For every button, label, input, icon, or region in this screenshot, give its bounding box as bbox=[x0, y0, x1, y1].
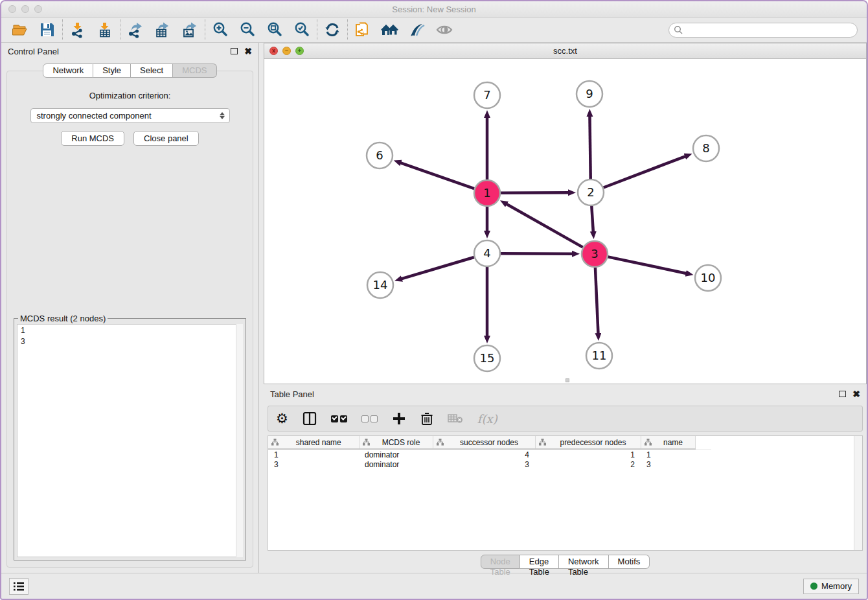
graph-node-6[interactable]: 6 bbox=[367, 143, 393, 168]
graph-edge-1-6[interactable] bbox=[400, 163, 474, 189]
svg-text:7: 7 bbox=[483, 88, 490, 102]
gear-icon[interactable]: ⚙ bbox=[276, 410, 288, 427]
export-table-icon[interactable] bbox=[149, 19, 176, 40]
search-input[interactable] bbox=[685, 25, 857, 34]
memory-button[interactable]: Memory bbox=[803, 579, 859, 594]
float-table-panel-icon[interactable] bbox=[839, 391, 846, 397]
table-scrollbar[interactable] bbox=[854, 436, 862, 550]
mcds-result-scrollbar[interactable] bbox=[236, 324, 243, 557]
graph-node-3[interactable]: 3 bbox=[582, 241, 608, 267]
save-session-icon[interactable] bbox=[34, 19, 61, 40]
graph-edge-3-11[interactable] bbox=[595, 268, 599, 334]
table-row[interactable]: 3dominator323 bbox=[268, 459, 711, 470]
zoom-in-icon[interactable] bbox=[207, 19, 234, 40]
cell-name[interactable]: 1 bbox=[641, 449, 695, 459]
graph-node-8[interactable]: 8 bbox=[693, 135, 719, 161]
column-header-name[interactable]: name bbox=[641, 436, 695, 449]
graph-node-9[interactable]: 9 bbox=[577, 81, 602, 107]
cell-MCDS-role[interactable]: dominator bbox=[359, 459, 433, 470]
zoom-fit-icon[interactable] bbox=[261, 19, 288, 40]
tab-node-table[interactable]: Node Table bbox=[481, 555, 520, 569]
export-network-icon[interactable] bbox=[122, 19, 149, 40]
network-maximize-button[interactable]: + bbox=[295, 47, 304, 55]
mcds-result-text[interactable]: 1 3 bbox=[17, 324, 243, 557]
cell-name[interactable]: 3 bbox=[641, 459, 695, 470]
tab-motifs[interactable]: Motifs bbox=[609, 555, 650, 569]
network-minimize-button[interactable]: − bbox=[282, 47, 291, 55]
svg-text:2: 2 bbox=[587, 185, 594, 199]
graph-node-2[interactable]: 2 bbox=[578, 179, 604, 205]
cell-predecessor-nodes[interactable]: 1 bbox=[535, 449, 641, 459]
svg-text:9: 9 bbox=[586, 87, 593, 100]
graph-node-10[interactable]: 10 bbox=[695, 265, 721, 291]
column-header-MCDS-role[interactable]: MCDS role bbox=[359, 436, 433, 449]
network-close-button[interactable]: x bbox=[269, 47, 278, 55]
clone-network-icon[interactable] bbox=[349, 19, 376, 40]
svg-text:14: 14 bbox=[373, 278, 388, 292]
graph-edge-4-14[interactable] bbox=[401, 257, 474, 279]
network-graph[interactable]: 7968124314101511 bbox=[264, 59, 868, 384]
close-panel-button[interactable]: Close panel bbox=[133, 131, 199, 146]
graph-edge-1-2[interactable] bbox=[501, 192, 569, 193]
cell-shared-name[interactable]: 3 bbox=[268, 459, 359, 470]
tab-mcds[interactable]: MCDS bbox=[173, 63, 216, 78]
graph-edge-2-3[interactable] bbox=[591, 206, 593, 233]
tab-network-table[interactable]: Network Table bbox=[559, 555, 609, 569]
column-header-shared-name[interactable]: shared name bbox=[268, 436, 359, 449]
select-all-icon[interactable] bbox=[331, 410, 347, 427]
graph-edge-2-8[interactable] bbox=[604, 156, 687, 188]
column-view-icon[interactable] bbox=[303, 410, 317, 427]
graph-edge-3-10[interactable] bbox=[608, 257, 687, 273]
close-panel-icon[interactable]: ✖ bbox=[244, 47, 252, 56]
cell-MCDS-role[interactable]: dominator bbox=[359, 449, 433, 459]
toolbar-separator bbox=[62, 19, 63, 40]
add-column-icon[interactable] bbox=[392, 410, 406, 427]
import-table-icon[interactable] bbox=[91, 19, 119, 40]
criterion-select[interactable]: strongly connected component bbox=[30, 108, 230, 123]
run-mcds-button[interactable]: Run MCDS bbox=[61, 131, 124, 146]
graph-node-7[interactable]: 7 bbox=[474, 82, 500, 108]
export-image-icon[interactable] bbox=[176, 19, 203, 40]
task-history-button[interactable] bbox=[9, 578, 29, 595]
brush-icon[interactable] bbox=[404, 19, 431, 40]
delete-icon[interactable] bbox=[420, 410, 433, 427]
graph-edge-3-1[interactable] bbox=[506, 203, 583, 247]
zoom-out-icon[interactable] bbox=[234, 19, 261, 40]
deselect-all-icon[interactable] bbox=[361, 410, 378, 427]
cell-successor-nodes[interactable]: 4 bbox=[433, 449, 535, 459]
column-header-successor-nodes[interactable]: successor nodes bbox=[433, 436, 535, 449]
main-toolbar bbox=[1, 17, 867, 43]
refresh-icon[interactable] bbox=[319, 19, 346, 40]
search-box[interactable] bbox=[668, 23, 858, 38]
cell-shared-name[interactable]: 1 bbox=[268, 449, 359, 459]
canvas-splitter-grip[interactable] bbox=[565, 378, 569, 382]
cell-successor-nodes[interactable]: 3 bbox=[433, 459, 535, 470]
import-network-icon[interactable] bbox=[64, 19, 91, 40]
column-header-predecessor-nodes[interactable]: predecessor nodes bbox=[535, 436, 641, 449]
zoom-selected-icon[interactable] bbox=[288, 19, 315, 40]
cell-predecessor-nodes[interactable]: 2 bbox=[535, 459, 641, 470]
graph-edge-2-9[interactable] bbox=[589, 115, 590, 179]
close-table-panel-icon[interactable]: ✖ bbox=[852, 389, 860, 398]
graph-node-1[interactable]: 1 bbox=[474, 180, 500, 206]
graph-node-14[interactable]: 14 bbox=[367, 272, 393, 298]
search-icon bbox=[674, 25, 683, 34]
delete-table-icon bbox=[448, 410, 463, 427]
graph-node-11[interactable]: 11 bbox=[586, 343, 612, 369]
table-row[interactable]: 1dominator411 bbox=[268, 449, 711, 459]
float-panel-icon[interactable] bbox=[231, 48, 238, 54]
svg-text:11: 11 bbox=[592, 349, 607, 362]
tab-network[interactable]: Network bbox=[43, 63, 93, 78]
open-session-icon[interactable] bbox=[6, 19, 34, 40]
graph-edge-4-3[interactable] bbox=[501, 253, 573, 254]
tab-style[interactable]: Style bbox=[93, 63, 131, 78]
graph-node-4[interactable]: 4 bbox=[474, 240, 500, 266]
control-panel: Control Panel ✖ NetworkStyleSelectMCDS O… bbox=[1, 43, 259, 573]
table-panel-header: Table Panel ✖ bbox=[264, 386, 867, 402]
houses-icon[interactable] bbox=[376, 19, 404, 40]
tab-select[interactable]: Select bbox=[131, 63, 173, 78]
svg-text:3: 3 bbox=[591, 247, 598, 260]
graph-node-15[interactable]: 15 bbox=[474, 345, 500, 371]
tab-edge-table[interactable]: Edge Table bbox=[520, 555, 559, 569]
network-canvas[interactable]: 7968124314101511 bbox=[264, 59, 866, 384]
